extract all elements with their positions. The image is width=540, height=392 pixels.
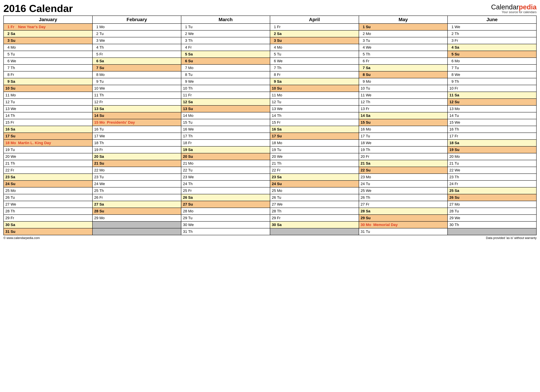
calendar-cell: 15Mo Presidents' Day: [92, 119, 181, 126]
calendar-cell: 31Su: [4, 228, 92, 235]
calendar-cell: 14Tu: [448, 112, 536, 119]
calendar-cell: 4Th: [92, 44, 181, 51]
calendar-row: 22Fr22Mo22Tu22Fr22Su22We: [4, 167, 536, 174]
calendar-cell: 29Su: [359, 215, 448, 221]
calendar-row: 5Tu5Fr5Sa5Tu5Th5Su: [4, 51, 536, 58]
calendar-cell: 10We: [92, 85, 181, 92]
calendar-cell: 26Tu: [4, 194, 92, 201]
calendar-cell: 11We: [359, 92, 448, 99]
calendar-cell: 14Sa: [359, 112, 448, 119]
calendar-row: 21Th21Su21Mo21Th21Sa21Tu: [4, 160, 536, 167]
calendar-cell: 8Mo: [92, 71, 181, 78]
calendar-cell: 20Mo: [448, 153, 536, 160]
calendar-row: 13We13Sa13Su13We13Fr13Mo: [4, 106, 536, 112]
calendar-cell: 30Th: [448, 221, 536, 228]
calendar-cell: 29Mo: [92, 215, 181, 221]
calendar-cell: 12Fr: [92, 99, 181, 106]
calendar-row: 10Su10We10Th10Su10Tu10Fr: [4, 85, 536, 92]
calendar-cell: 27Sa: [92, 201, 181, 208]
calendar-cell: 16Tu: [92, 126, 181, 133]
brand-part1: Calendar: [491, 3, 519, 11]
calendar-row: 1Fr New Year's Day1Mo1Tu1Fr1Su1We: [4, 24, 536, 30]
calendar-cell: 6Su: [181, 58, 270, 65]
calendar-cell: 21Sa: [359, 160, 448, 167]
calendar-row: 29Fr29Mo29Tu29Fr29Su29We: [4, 215, 536, 221]
calendar-cell: 10Su: [4, 85, 92, 92]
calendar-cell: 19Fr: [92, 146, 181, 153]
calendar-cell: 16We: [181, 126, 270, 133]
calendar-cell: 30Sa: [4, 221, 92, 228]
calendar-cell: 14Su: [92, 112, 181, 119]
calendar-cell: 4Mo: [4, 44, 92, 51]
calendar-cell: 10Su: [270, 85, 359, 92]
calendar-cell: 19Su: [448, 146, 536, 153]
calendar-cell: 30We: [181, 221, 270, 228]
calendar-row: 24Su24We24Th24Su24Tu24Fr: [4, 181, 536, 187]
calendar-cell: [92, 228, 181, 235]
calendar-row: 14Th14Su14Mo14Th14Sa14Tu: [4, 112, 536, 119]
calendar-row: 18Mo Martin L. King Day18Th18Fr18Mo18We1…: [4, 140, 536, 146]
calendar-cell: 18Fr: [181, 140, 270, 146]
month-header-row: JanuaryFebruaryMarchAprilMayJune: [4, 16, 536, 24]
calendar-cell: 9Sa: [270, 78, 359, 85]
calendar-cell: 18Mo Martin L. King Day: [4, 140, 92, 146]
calendar-cell: 19Tu: [270, 146, 359, 153]
calendar-cell: 28Th: [270, 208, 359, 215]
calendar-cell: 29Tu: [181, 215, 270, 221]
calendar-cell: 4We: [359, 44, 448, 51]
calendar-cell: 18Sa: [448, 140, 536, 146]
calendar-cell: 3Tu: [359, 37, 448, 44]
calendar-cell: 15Fr: [4, 119, 92, 126]
calendar-row: 9Sa9Tu9We9Sa9Mo9Th: [4, 78, 536, 85]
calendar-cell: 1We: [448, 24, 536, 30]
calendar-cell: 2Sa: [270, 30, 359, 37]
calendar-cell: 4Sa: [448, 44, 536, 51]
calendar-cell: 27Su: [181, 201, 270, 208]
calendar-cell: 5Fr: [92, 51, 181, 58]
calendar-row: 30Sa 30We30Sa30Mo Memorial Day30Th: [4, 221, 536, 228]
month-header: June: [448, 16, 536, 24]
calendar-cell: 22Fr: [270, 167, 359, 174]
calendar-cell: 18Th: [92, 140, 181, 146]
brand-name: Calendarpedia: [491, 3, 537, 10]
calendar-row: 11Mo11Th11Fr11Mo11We11Sa: [4, 92, 536, 99]
calendar-row: 12Tu12Fr12Sa12Tu12Th12Su: [4, 99, 536, 106]
calendar-cell: 9Th: [448, 78, 536, 85]
calendar-cell: 26Sa: [181, 194, 270, 201]
calendar-cell: 15Tu: [181, 119, 270, 126]
calendar-cell: 16Th: [448, 126, 536, 133]
calendar-cell: 29Fr: [4, 215, 92, 221]
calendar-cell: 13Fr: [359, 106, 448, 112]
calendar-cell: 16Mo: [359, 126, 448, 133]
calendar-cell: 17Su: [270, 133, 359, 140]
calendar-cell: 18Mo: [270, 140, 359, 146]
calendar-cell: 15We: [448, 119, 536, 126]
calendar-cell: [92, 221, 181, 228]
calendar-cell: 31Th: [181, 228, 270, 235]
calendar-cell: 4Fr: [181, 44, 270, 51]
calendar-cell: 16Sa: [4, 126, 92, 133]
calendar-row: 7Th7Su7Mo7Th7Sa7Tu: [4, 65, 536, 71]
calendar-row: 17Su17We17Th17Su17Tu17Fr: [4, 133, 536, 140]
calendar-cell: 3Su: [4, 37, 92, 44]
calendar-cell: 26Su: [448, 194, 536, 201]
brand-block: Calendarpedia Your source for calendars: [491, 3, 537, 14]
calendar-cell: 14Mo: [181, 112, 270, 119]
month-header: February: [92, 16, 181, 24]
calendar-table: JanuaryFebruaryMarchAprilMayJune 1Fr New…: [3, 15, 537, 235]
calendar-cell: 25Sa: [448, 187, 536, 194]
calendar-row: 20We20Sa20Su20We20Fr20Mo: [4, 153, 536, 160]
calendar-cell: 28Mo: [181, 208, 270, 215]
calendar-cell: 5Sa: [181, 51, 270, 58]
calendar-cell: 24Tu: [359, 181, 448, 187]
calendar-cell: 1Fr: [270, 24, 359, 30]
calendar-cell: 24Fr: [448, 181, 536, 187]
calendar-cell: 13Su: [181, 106, 270, 112]
calendar-cell: 17Fr: [448, 133, 536, 140]
calendar-cell: 19Th: [359, 146, 448, 153]
calendar-cell: 6We: [270, 58, 359, 65]
calendar-cell: 3We: [92, 37, 181, 44]
calendar-cell: 22Tu: [181, 167, 270, 174]
calendar-cell: 22Fr: [4, 167, 92, 174]
calendar-cell: 2Mo: [359, 30, 448, 37]
